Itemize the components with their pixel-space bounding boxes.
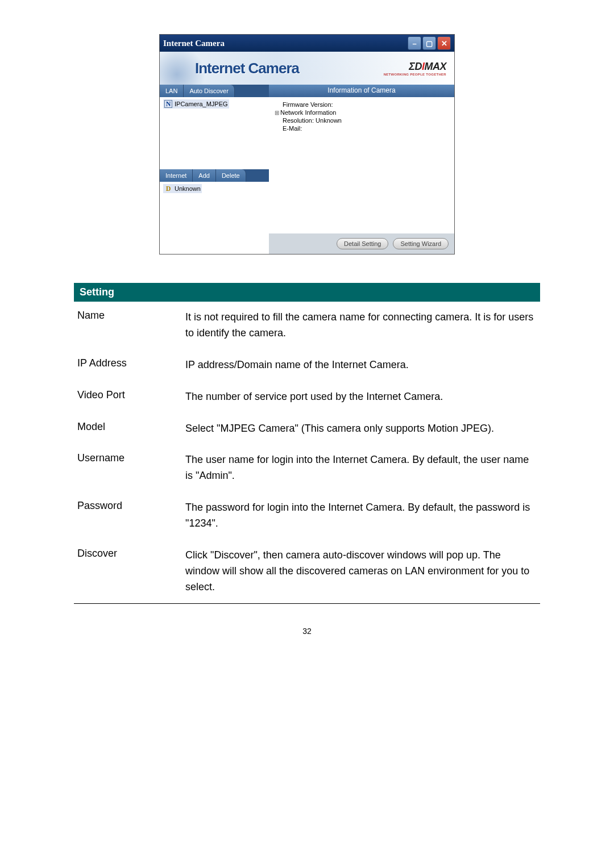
internet-tabrow: Internet Add Delete xyxy=(160,169,269,182)
banner-title: Internet Camera xyxy=(195,60,299,77)
brand-suffix: MAX xyxy=(425,61,447,72)
row-label: Discover xyxy=(74,540,182,603)
left-pane: LAN Auto Discover N IPCamera_MJPEG Inter… xyxy=(160,85,269,254)
internet-item-label: Unknown xyxy=(175,185,201,192)
tab-internet[interactable]: Internet xyxy=(160,169,193,182)
settings-header-row: Setting xyxy=(74,283,540,302)
brand-prefix: ΣD xyxy=(409,61,422,72)
tree-network[interactable]: Network Information xyxy=(275,108,449,116)
row-label: Video Port xyxy=(74,381,182,413)
tree-resolution: Resolution: Unknown xyxy=(275,116,449,124)
info-header: Information of Camera xyxy=(269,85,454,97)
lan-tabrow: LAN Auto Discover xyxy=(160,85,269,97)
row-label: Name xyxy=(74,302,182,349)
right-pane: Information of Camera Firmware Version: … xyxy=(269,85,454,254)
page-number: 32 xyxy=(74,627,540,636)
table-row: Username The user name for login into th… xyxy=(74,444,540,492)
internet-list[interactable]: D Unknown xyxy=(160,182,269,254)
tab-add[interactable]: Add xyxy=(193,169,216,182)
maximize-button[interactable]: ▢ xyxy=(422,36,436,50)
tab-lan[interactable]: LAN xyxy=(160,85,184,97)
brand-tagline: NETWORKING PEOPLE TOGETHER xyxy=(384,73,446,76)
app-body: LAN Auto Discover N IPCamera_MJPEG Inter… xyxy=(160,85,454,254)
close-button[interactable]: ✕ xyxy=(437,36,451,50)
right-button-row: Detail Setting Setting Wizard xyxy=(269,233,454,254)
internet-list-item[interactable]: D Unknown xyxy=(163,184,202,193)
badge-d-icon: D xyxy=(164,185,172,193)
tree-firmware: Firmware Version: xyxy=(275,101,449,108)
app-banner: Internet Camera ΣDIMAX NETWORKING PEOPLE… xyxy=(160,52,454,85)
detail-setting-button[interactable]: Detail Setting xyxy=(337,238,388,249)
table-row: IP Address IP address/Domain name of the… xyxy=(74,349,540,381)
titlebar[interactable]: Internet Camera – ▢ ✕ xyxy=(160,35,454,52)
row-desc: The number of service port used by the I… xyxy=(182,381,540,413)
tab-auto-discover[interactable]: Auto Discover xyxy=(184,85,234,97)
lan-list-item[interactable]: N IPCamera_MJPEG xyxy=(163,99,229,108)
tab-delete[interactable]: Delete xyxy=(216,169,246,182)
lan-list[interactable]: N IPCamera_MJPEG xyxy=(160,97,269,169)
row-label: Password xyxy=(74,492,182,540)
row-desc: IP address/Domain name of the Internet C… xyxy=(182,349,540,381)
brand-name: ΣDIMAX xyxy=(384,61,446,73)
row-label: IP Address xyxy=(74,349,182,381)
lan-item-label: IPCamera_MJPEG xyxy=(175,101,228,107)
table-row: Video Port The number of service port us… xyxy=(74,381,540,413)
brand-logo: ΣDIMAX NETWORKING PEOPLE TOGETHER xyxy=(384,61,446,76)
info-tree[interactable]: Firmware Version: Network Information Re… xyxy=(269,97,454,233)
tree-email: E-Mail: xyxy=(275,124,449,132)
app-window: Internet Camera – ▢ ✕ Internet Camera ΣD… xyxy=(159,34,455,254)
setting-wizard-button[interactable]: Setting Wizard xyxy=(393,238,449,249)
settings-header: Setting xyxy=(74,283,540,302)
row-label: Username xyxy=(74,444,182,492)
table-row: Discover Click "Discover", then camera a… xyxy=(74,540,540,603)
table-row: Password The password for login into the… xyxy=(74,492,540,540)
table-row: Model Select "MJPEG Camera" (This camera… xyxy=(74,413,540,445)
row-desc: The user name for login into the Interne… xyxy=(182,444,540,492)
row-desc: It is not required to fill the camera na… xyxy=(182,302,540,349)
minimize-button[interactable]: – xyxy=(408,36,421,50)
row-desc: Select "MJPEG Camera" (This camera only … xyxy=(182,413,540,445)
row-desc: Click "Discover", then camera auto-disco… xyxy=(182,540,540,603)
table-row: Name It is not required to fill the came… xyxy=(74,302,540,349)
window-title: Internet Camera xyxy=(163,39,225,48)
badge-n-icon: N xyxy=(164,100,172,108)
settings-table: Setting Name It is not required to fill … xyxy=(74,283,540,604)
row-label: Model xyxy=(74,413,182,445)
window-controls: – ▢ ✕ xyxy=(408,36,451,50)
row-desc: The password for login into the Internet… xyxy=(182,492,540,540)
